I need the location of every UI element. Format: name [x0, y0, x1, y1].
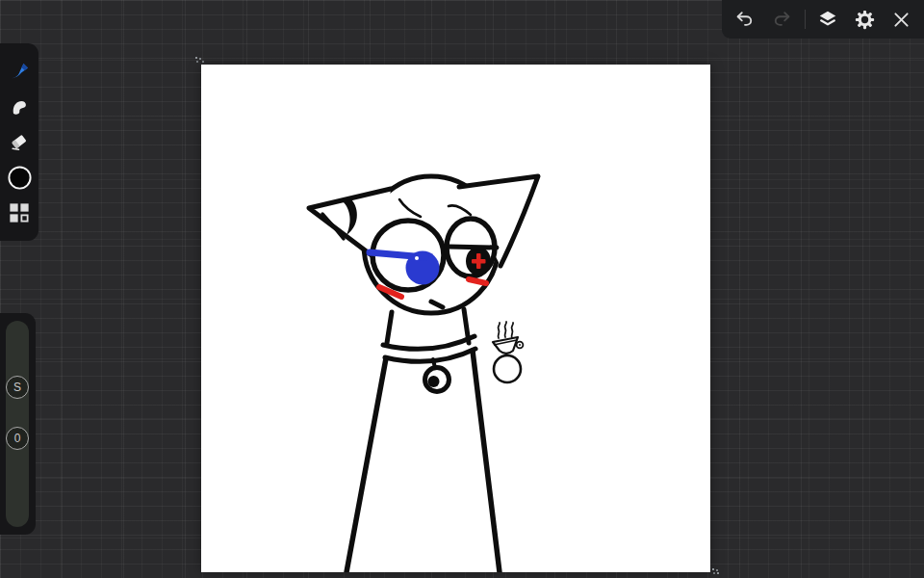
layers-icon — [817, 9, 838, 30]
eraser-tool[interactable] — [6, 128, 33, 155]
slider-track[interactable] — [6, 321, 29, 527]
cat-right-eyelid — [449, 247, 497, 248]
cat-body-left — [346, 358, 386, 572]
slider-rail: S 0 — [0, 313, 36, 535]
undo-icon — [734, 9, 756, 30]
paint-brush-tool[interactable] — [6, 58, 33, 85]
undo-button[interactable] — [732, 6, 758, 33]
cat-right-blush — [469, 279, 486, 283]
redo-icon — [771, 9, 792, 30]
smudge-brush-tool[interactable] — [6, 93, 33, 120]
cat-collar-top — [383, 336, 475, 349]
swatch-grid-icon — [9, 202, 30, 223]
gear-icon — [855, 10, 875, 30]
coffee-cup — [493, 337, 518, 354]
cat-body-right — [473, 351, 500, 572]
drawing-canvas[interactable] — [201, 65, 710, 572]
close-icon — [891, 10, 911, 30]
eraser-icon — [9, 131, 30, 152]
current-color-swatch[interactable] — [6, 164, 33, 191]
layers-button[interactable] — [814, 6, 841, 33]
opacity-slider-handle[interactable]: 0 — [6, 427, 29, 450]
top-toolbar — [722, 0, 924, 39]
canvas-corner-marker-bottomright — [712, 568, 714, 570]
cat-artwork — [201, 65, 710, 572]
coffee-ball — [494, 355, 521, 382]
size-slider-handle[interactable]: S — [6, 376, 29, 399]
toolbar-separator — [805, 10, 806, 29]
cat-neck-left — [387, 312, 392, 343]
steam-squiggles — [498, 322, 513, 338]
red-cross-horizontal — [472, 259, 486, 264]
close-button[interactable] — [887, 6, 914, 33]
smudge-brush-icon — [9, 96, 30, 118]
redo-button[interactable] — [768, 6, 795, 33]
swatch-grid-tool[interactable] — [6, 199, 33, 226]
canvas-corner-marker-topleft — [195, 57, 197, 59]
paintbrush-icon — [8, 60, 31, 83]
color-circle-icon — [7, 165, 33, 191]
tool-rail — [0, 43, 38, 241]
settings-button[interactable] — [851, 6, 878, 33]
app-window: { "topbar": { "items": [ { "id": "undo",… — [0, 0, 924, 578]
